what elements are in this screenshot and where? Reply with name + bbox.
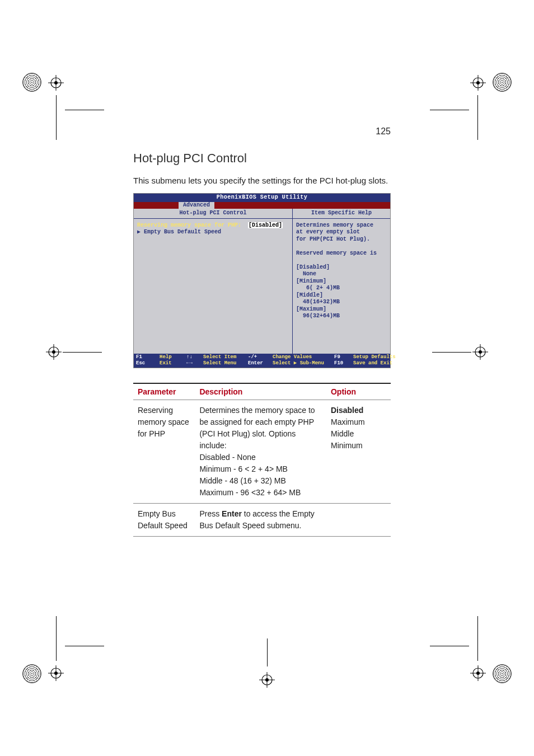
crop-line bbox=[432, 352, 471, 353]
th-description: Description bbox=[195, 383, 326, 400]
table-row: Empty Bus Default Speed Press Enter to a… bbox=[133, 504, 391, 537]
svg-point-23 bbox=[476, 672, 480, 675]
table-row: Reserving memory space for PHP Determine… bbox=[133, 400, 391, 504]
bios-footer: F1 Esc Help Exit ↑↓ ←→ Select Item Selec… bbox=[134, 354, 390, 368]
bios-setting-reserving: Reserving memory space for PHP: [Disable… bbox=[137, 222, 283, 228]
crop-line bbox=[56, 95, 57, 140]
bios-settings-area: Reserving memory space for PHP: [Disable… bbox=[134, 219, 292, 270]
crop-line bbox=[63, 352, 102, 353]
section-heading: Hot-plug PCI Control bbox=[133, 151, 391, 166]
th-parameter: Parameter bbox=[133, 383, 195, 400]
bios-title: PhoenixBIOS Setup Utility bbox=[134, 194, 390, 202]
crop-line bbox=[267, 638, 268, 666]
crop-ornament bbox=[22, 73, 41, 92]
crop-line bbox=[430, 646, 469, 646]
crop-line bbox=[430, 110, 469, 110]
bios-screenshot: PhoenixBIOS Setup Utility Advanced Hot-p… bbox=[133, 193, 391, 368]
crop-ornament bbox=[22, 664, 41, 683]
svg-point-15 bbox=[479, 350, 482, 354]
registration-mark-icon bbox=[46, 344, 62, 360]
param-cell: Empty Bus Default Speed bbox=[133, 504, 195, 537]
crop-line bbox=[477, 616, 478, 661]
svg-point-19 bbox=[54, 672, 58, 675]
registration-mark-icon bbox=[48, 75, 64, 91]
bios-tab-bar: Advanced bbox=[134, 202, 390, 209]
intro-text: This submenu lets you specify the settin… bbox=[133, 176, 391, 185]
param-cell: Reserving memory space for PHP bbox=[133, 400, 195, 504]
th-option: Option bbox=[326, 383, 391, 400]
registration-mark-icon bbox=[259, 672, 275, 688]
registration-mark-icon bbox=[470, 75, 486, 91]
registration-mark-icon bbox=[472, 344, 488, 360]
bios-setting-empty-bus: ▶ Empty Bus Default Speed bbox=[137, 229, 221, 235]
crop-line bbox=[65, 646, 104, 646]
registration-mark-icon bbox=[470, 665, 486, 681]
svg-point-7 bbox=[476, 81, 480, 84]
crop-line bbox=[65, 110, 104, 110]
bios-help-text: Determines memory space at every empty s… bbox=[293, 219, 390, 354]
bios-value-disabled: [Disabled] bbox=[248, 222, 283, 228]
parameter-table: Parameter Description Option Reserving m… bbox=[133, 383, 391, 537]
desc-cell: Determines the memory space to be assign… bbox=[195, 400, 326, 504]
svg-point-27 bbox=[265, 678, 269, 682]
page-number: 125 bbox=[376, 126, 391, 137]
svg-point-3 bbox=[54, 81, 58, 84]
bios-right-header: Item Specific Help bbox=[293, 209, 390, 219]
bios-tab-advanced: Advanced bbox=[179, 202, 214, 209]
crop-ornament bbox=[493, 664, 512, 683]
crop-ornament bbox=[493, 73, 512, 92]
crop-line bbox=[56, 616, 57, 661]
option-cell: DisabledMaximum Middle Minimum bbox=[326, 400, 391, 504]
svg-point-11 bbox=[52, 350, 55, 354]
option-cell bbox=[326, 504, 391, 537]
bios-left-header: Hot-plug PCI Control bbox=[134, 209, 292, 219]
crop-line bbox=[477, 95, 478, 140]
registration-mark-icon bbox=[48, 665, 64, 681]
desc-cell: Press Enter to access the Empty Bus Defa… bbox=[195, 504, 326, 537]
